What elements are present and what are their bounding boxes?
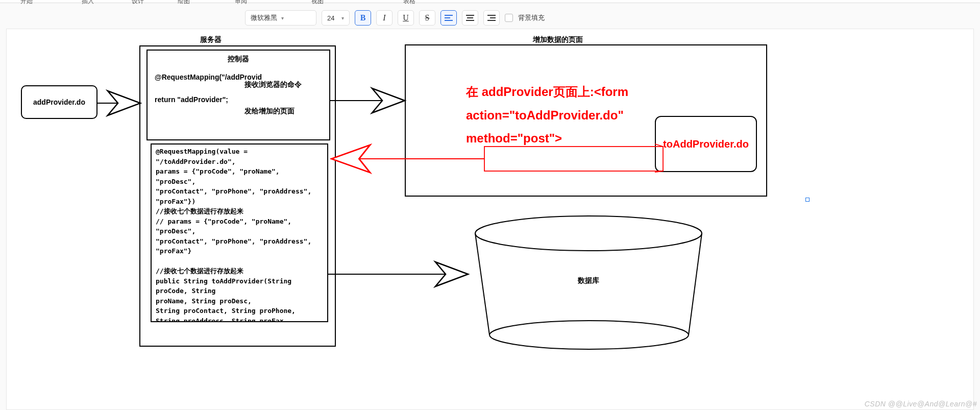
menu-item[interactable]: 视图 — [311, 0, 324, 6]
menu-item[interactable]: 绘图 — [178, 0, 190, 6]
menu-item[interactable]: 插入 — [82, 0, 94, 6]
align-center-icon — [466, 15, 474, 21]
controller-box[interactable]: 控制器 @RequestMapping("/addProvid 接收浏览器的命令… — [146, 50, 330, 140]
align-center-button[interactable] — [462, 10, 478, 26]
form-code-text: 在 addProvider页面上:<form action="toAddProv… — [466, 80, 655, 150]
bgfill-label: 背景填充 — [518, 13, 545, 22]
chevron-down-icon: ▾ — [281, 15, 284, 21]
database-label: 数据库 — [469, 276, 708, 285]
menu-item[interactable]: 审阅 — [235, 0, 247, 6]
toaddprovider-label: toAddProvider.do — [663, 138, 749, 150]
controller-note-1: 接收浏览器的命令 — [244, 80, 302, 89]
controller-title: 控制器 — [155, 55, 322, 64]
server-label: 服务器 — [180, 35, 241, 44]
align-left-icon — [445, 15, 453, 21]
addprovider-node[interactable]: addProvider.do — [21, 85, 97, 119]
menu-item[interactable]: 设计 — [132, 0, 144, 6]
database-cylinder[interactable]: 数据库 — [469, 215, 708, 351]
bgfill-checkbox[interactable] — [505, 14, 513, 22]
addprovider-label: addProvider.do — [33, 98, 85, 106]
align-right-icon — [487, 15, 496, 21]
font-family-dropdown[interactable]: 微软雅黑 ▾ — [245, 10, 316, 26]
chevron-down-icon: ▾ — [341, 15, 344, 21]
menu-item[interactable]: 开始 — [20, 0, 33, 6]
font-size-dropdown[interactable]: 24 ▾ — [322, 10, 350, 26]
svg-point-0 — [475, 216, 702, 251]
italic-button[interactable]: I — [376, 10, 393, 26]
canvas-page: 服务器 增加数据的页面 控制器 @RequestMapping("/addPro… — [6, 29, 974, 410]
svg-point-1 — [489, 321, 689, 349]
menu-bar — [0, 0, 980, 3]
font-name: 微软雅黑 — [251, 13, 277, 22]
formatting-toolbar: 微软雅黑 ▾ 24 ▾ B I U S 背景填充 — [0, 8, 980, 28]
bold-button[interactable]: B — [355, 10, 371, 26]
controller-return: return "addProvider"; — [155, 95, 322, 104]
diagram-canvas[interactable]: 服务器 增加数据的页面 控制器 @RequestMapping("/addPro… — [7, 29, 973, 409]
selection-handle[interactable] — [805, 198, 810, 202]
addpage-label: 增加数据的页面 — [517, 35, 599, 44]
controller-note-2: 发给增加的页面 — [244, 107, 295, 116]
code-block[interactable]: @RequestMapping(value = "/toAddProvider.… — [151, 143, 328, 322]
font-size-value: 24 — [327, 14, 334, 22]
underline-button[interactable]: U — [398, 10, 414, 26]
toaddprovider-node[interactable]: toAddProvider.do — [655, 116, 757, 172]
strike-button[interactable]: S — [419, 10, 435, 26]
align-left-button[interactable] — [440, 10, 457, 26]
align-right-button[interactable] — [483, 10, 500, 26]
watermark: CSDN @@Live@And@Learn@# — [865, 400, 977, 408]
menu-item[interactable]: 表格 — [403, 0, 415, 6]
